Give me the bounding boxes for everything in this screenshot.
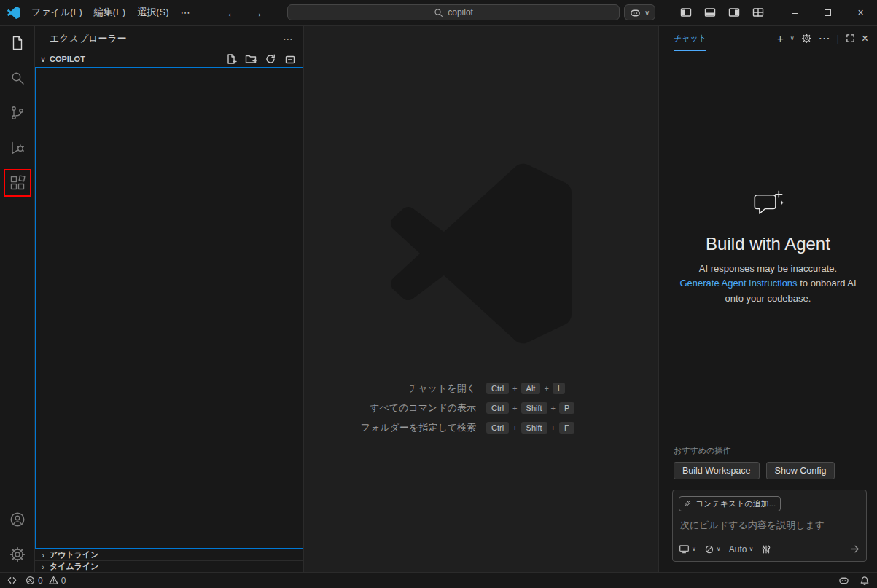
new-chat-icon[interactable]: + bbox=[777, 33, 784, 44]
extensions-icon bbox=[9, 174, 26, 192]
maximize-icon bbox=[825, 9, 831, 16]
agent-mode-picker[interactable]: ∨ bbox=[679, 544, 696, 554]
remote-indicator[interactable] bbox=[7, 576, 17, 585]
layout-controls bbox=[680, 7, 764, 18]
shortcut-row: すべてのコマンドの表示 Ctrl + Shift + P bbox=[334, 401, 628, 415]
vscode-logo-icon bbox=[7, 7, 20, 19]
activity-account[interactable] bbox=[0, 502, 35, 537]
chat-settings-gear-icon[interactable] bbox=[801, 33, 812, 44]
section-outline[interactable]: › アウトライン bbox=[35, 549, 303, 560]
activity-source-control[interactable] bbox=[0, 95, 35, 130]
refresh-icon[interactable] bbox=[265, 53, 276, 65]
copilot-menu-button[interactable]: ∨ bbox=[624, 4, 655, 20]
activity-extensions[interactable] bbox=[0, 165, 35, 200]
editor-area: チャットを開く Ctrl + Alt + I すべてのコマンドの表示 Ctrl … bbox=[304, 26, 658, 572]
toggle-secondary-sidebar-icon[interactable] bbox=[728, 7, 740, 18]
bell-icon[interactable] bbox=[860, 576, 870, 586]
source-control-icon bbox=[9, 104, 26, 122]
build-workspace-button[interactable]: Build Workspace bbox=[674, 462, 760, 479]
plus-separator: + bbox=[512, 404, 517, 412]
remote-icon bbox=[7, 576, 17, 585]
chevron-right-icon: › bbox=[38, 562, 48, 571]
minimize-button[interactable]: – bbox=[779, 0, 811, 25]
tab-chat[interactable]: チャット bbox=[674, 26, 706, 51]
copilot-status-icon[interactable] bbox=[838, 575, 849, 586]
error-count: 0 bbox=[38, 576, 43, 586]
shortcut-keys: Ctrl + Shift + P bbox=[486, 402, 628, 414]
chevron-down-icon: ∨ bbox=[644, 9, 650, 17]
explorer-tree[interactable] bbox=[35, 67, 303, 549]
more-actions-icon[interactable]: ⋯ bbox=[283, 33, 293, 44]
chevron-right-icon: › bbox=[38, 551, 48, 560]
tool-mode-picker[interactable]: ∨ bbox=[704, 544, 721, 554]
chat-input-toolbar: ∨ ∨ Auto ∨ bbox=[679, 544, 860, 554]
keycap: F bbox=[559, 422, 574, 434]
menu-overflow-icon[interactable]: ⋯ bbox=[175, 5, 196, 20]
chat-input-placeholder[interactable]: 次にビルドする内容を説明します bbox=[680, 519, 859, 532]
shortcut-label: すべてのコマンドの表示 bbox=[334, 401, 476, 415]
tools-icon[interactable] bbox=[761, 544, 771, 554]
section-copilot-label: COPILOT bbox=[50, 55, 85, 63]
menu-file[interactable]: ファイル(F) bbox=[26, 4, 88, 21]
back-icon[interactable]: ← bbox=[227, 7, 238, 19]
chat-panel: チャット + ∨ ⋯ | × bbox=[658, 26, 877, 572]
toggle-panel-icon[interactable] bbox=[704, 7, 716, 18]
activity-explorer[interactable] bbox=[0, 26, 35, 60]
plus-separator: + bbox=[512, 384, 517, 393]
command-center-search[interactable]: copilot bbox=[287, 4, 620, 20]
show-config-button[interactable]: Show Config bbox=[766, 462, 835, 479]
maximize-panel-icon[interactable] bbox=[846, 34, 855, 43]
generate-instructions-link[interactable]: Generate Agent Instructions bbox=[679, 278, 797, 289]
account-icon bbox=[9, 511, 26, 528]
sidebar-explorer: エクスプローラー ⋯ ∨ COPILOT bbox=[35, 26, 304, 572]
suggested-actions-buttons: Build Workspace Show Config bbox=[674, 462, 864, 479]
shortcut-row: フォルダーを指定して検索 Ctrl + Shift + F bbox=[334, 421, 628, 434]
shortcut-keys: Ctrl + Alt + I bbox=[486, 383, 628, 394]
chevron-down-icon[interactable]: ∨ bbox=[790, 35, 795, 42]
keycap: P bbox=[559, 402, 574, 414]
chevron-down-icon: ∨ bbox=[38, 55, 48, 64]
section-timeline[interactable]: › タイムライン bbox=[35, 560, 303, 572]
gear-icon bbox=[9, 546, 26, 563]
maximize-button[interactable] bbox=[811, 0, 844, 25]
problems-status[interactable]: 0 0 bbox=[26, 576, 66, 586]
new-folder-icon[interactable] bbox=[245, 53, 257, 65]
sidebar-header: エクスプローラー ⋯ bbox=[35, 26, 303, 51]
activity-settings[interactable] bbox=[0, 537, 35, 572]
new-file-icon[interactable] bbox=[225, 53, 237, 65]
section-copilot[interactable]: ∨ COPILOT bbox=[35, 51, 303, 67]
status-bar-right bbox=[838, 575, 870, 586]
activity-run-debug[interactable] bbox=[0, 130, 35, 165]
search-value: copilot bbox=[448, 7, 473, 17]
chat-input-box[interactable]: コンテキストの追加... 次にビルドする内容を説明します ∨ ∨ bbox=[672, 490, 867, 562]
model-picker[interactable]: Auto ∨ bbox=[729, 544, 754, 554]
sidebar-title: エクスプローラー bbox=[50, 32, 127, 45]
activity-search[interactable] bbox=[0, 60, 35, 95]
workbench: エクスプローラー ⋯ ∨ COPILOT bbox=[0, 26, 877, 572]
menu-edit[interactable]: 編集(E) bbox=[88, 4, 131, 21]
suggested-actions-label: おすすめの操作 bbox=[674, 445, 864, 456]
add-context-button[interactable]: コンテキストの追加... bbox=[679, 496, 781, 511]
collapse-all-icon[interactable] bbox=[284, 53, 296, 65]
warning-count: 0 bbox=[61, 576, 66, 586]
sidebar-bottom-sections: › アウトライン › タイムライン bbox=[35, 549, 303, 572]
separator: | bbox=[837, 34, 839, 44]
keycap: Shift bbox=[521, 402, 547, 414]
menu-selection[interactable]: 選択(S) bbox=[131, 4, 174, 21]
forward-icon[interactable]: → bbox=[252, 7, 263, 19]
paperclip-icon bbox=[684, 500, 692, 508]
history-nav: ← → bbox=[227, 7, 263, 19]
close-icon[interactable]: × bbox=[862, 32, 868, 45]
chat-onboard-text: Generate Agent Instructions to onboard A… bbox=[678, 276, 858, 305]
title-bar-left: ファイル(F) 編集(E) 選択(S) ⋯ ← → bbox=[0, 4, 263, 21]
more-actions-icon[interactable]: ⋯ bbox=[819, 31, 830, 45]
search-icon bbox=[434, 8, 443, 17]
chat-welcome: Build with Agent AI responses may be ina… bbox=[659, 51, 877, 445]
command-center: copilot ∨ bbox=[263, 4, 680, 20]
send-icon[interactable] bbox=[849, 544, 860, 554]
toggle-sidebar-icon[interactable] bbox=[680, 7, 692, 18]
customize-layout-icon[interactable] bbox=[752, 7, 764, 18]
warning-icon bbox=[49, 576, 58, 585]
close-button[interactable]: × bbox=[844, 0, 877, 25]
search-icon bbox=[9, 69, 26, 87]
